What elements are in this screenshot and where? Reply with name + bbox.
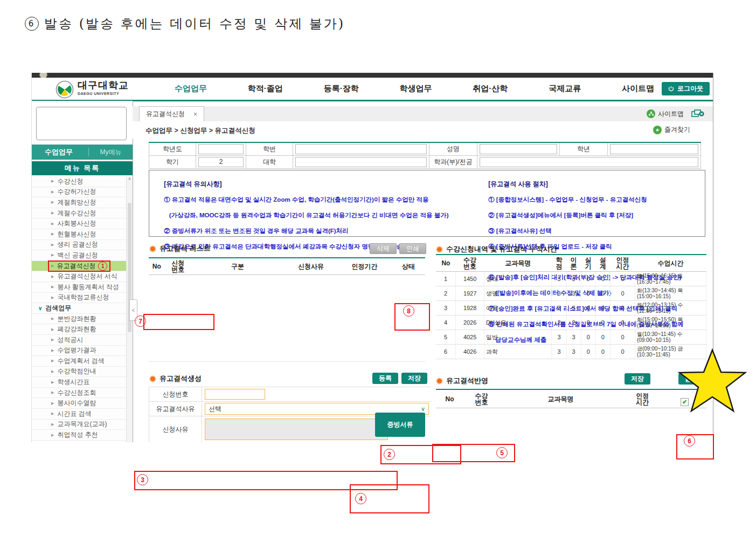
- cell-practice: 0: [581, 272, 595, 286]
- table-row[interactable]: 42026 DU실용2 20 00 화(15:00~15:50) 목(14:00…: [436, 315, 706, 330]
- nav-item-career[interactable]: 취업·산학: [473, 84, 508, 94]
- close-icon[interactable]: ×: [193, 111, 197, 118]
- sidebar-item-service-plan[interactable]: ▶봉사 활동계획서 작성: [32, 282, 127, 293]
- bullet-icon: [436, 378, 443, 385]
- dept-input[interactable]: [480, 157, 698, 167]
- breadcrumb-row: 수업업무 > 신청업무 > 유고결석신청 ★ 즐겨찾기: [133, 121, 713, 139]
- grade-input[interactable]: [610, 144, 698, 154]
- university-logo[interactable]: 대구대학교 DAEGU UNIVERSITY: [56, 80, 129, 99]
- table-row[interactable]: 21927 생명3 30 00 화(13:30~14:45) 목(15:00~1…: [436, 286, 706, 301]
- sidebar-item-sugang-lookup[interactable]: ▶수강신청조회: [32, 388, 127, 399]
- col-type: 구분: [191, 258, 285, 275]
- sidebar-tab-mymenu[interactable]: My메뉴: [89, 148, 133, 157]
- table-row[interactable]: 31928 아동3 30 00 월(12:00~13:15) 수(12:00~1…: [436, 301, 706, 315]
- register-button[interactable]: 등록: [372, 373, 398, 384]
- notice-cautions: [유고결석 유의사항] ① 유고결석 적용은 대면수업 및 실시간 Zoom 수…: [149, 170, 474, 236]
- sidebar-item-syllabus-search[interactable]: ▶수업계획서 검색: [32, 356, 127, 367]
- print-button[interactable]: 인쇄: [399, 243, 426, 254]
- sidebar-item-clipped[interactable]: ▶취업적성 추천: [32, 430, 127, 441]
- page-title-text: 발송 (발송 후에는 데이터 수정 및 삭제 불가): [44, 15, 345, 32]
- sidebar-item-grade-notice[interactable]: ▶성적공시: [32, 335, 127, 346]
- annotation-circle-5: 5: [496, 447, 508, 458]
- col-apply-no: 신청 번호: [165, 258, 191, 275]
- sidebar-item-season-sugang[interactable]: ▶계절수강신청: [32, 208, 127, 219]
- absence-apply-header-row: No 수강 번호 교과목명 인정 시간 ✔: [436, 389, 706, 408]
- cell-recognized: 0: [611, 272, 635, 286]
- sitemap-link[interactable]: 사이트맵: [647, 109, 684, 119]
- nav-item-international[interactable]: 국제교류: [549, 84, 581, 94]
- sidebar-item-label: 수강신청: [57, 177, 83, 186]
- sidebar-item-timetable[interactable]: ▶학생시간표: [32, 377, 127, 388]
- sidebar-item-service-record[interactable]: ▶봉사이수열람: [32, 398, 127, 409]
- sidebar-item-label: 시간표 검색: [57, 409, 91, 419]
- sidebar-item-vaccine-absence[interactable]: ▶백신 공결신청: [32, 250, 127, 261]
- nav-item-classwork[interactable]: 수업업무: [175, 84, 207, 94]
- sidebar-item-absence-apply[interactable]: ▶ 유고결석신청 1: [32, 261, 127, 272]
- delete-button[interactable]: 삭제: [370, 243, 397, 254]
- save-button[interactable]: 저장: [401, 373, 427, 384]
- arrow-icon: ▶: [51, 253, 54, 257]
- cell-practice: 0: [581, 286, 595, 301]
- annotation-circle-1: 1: [98, 262, 107, 271]
- logout-button[interactable]: 로그아웃: [662, 82, 710, 95]
- cell-practice: 0: [581, 345, 595, 359]
- nav-item-student[interactable]: 학생업무: [399, 84, 432, 94]
- table-row[interactable]: 64026 과학3 30 00 금(09:00~10:15) 금(10:30~1…: [436, 345, 706, 359]
- sidebar-item-menstrual-absence[interactable]: ▶생리 공결신청: [32, 240, 127, 251]
- tab-absence-apply[interactable]: 유고결석신청 ×: [139, 106, 204, 121]
- notice-line: (가상강좌, MOOC강좌 등 원격수업과 학습기간이 유고결석 허용기간보다 …: [164, 212, 448, 218]
- cell-time: 화(13:30~14:45) 목(15:00~16:15): [635, 286, 706, 301]
- arrow-icon: ▶: [51, 275, 54, 279]
- cell-code: 4026: [456, 345, 484, 359]
- favorite-button[interactable]: ★ 즐겨찾기: [653, 125, 690, 134]
- sidebar-item-season-hope[interactable]: ▶계절희망신청: [32, 197, 127, 208]
- semester-input[interactable]: 2: [198, 157, 244, 167]
- sidebar-item-timetable-search[interactable]: ▶시간표 검색: [32, 409, 127, 420]
- college-input[interactable]: [295, 157, 427, 167]
- scroll-up-icon[interactable]: ∧: [128, 176, 131, 181]
- bullet-icon: [149, 375, 156, 382]
- cell-credit: 3: [552, 330, 566, 345]
- sidebar-item-absence-form[interactable]: ▶유고결석신청서 서식: [32, 271, 127, 282]
- col-design: 설 계: [595, 255, 610, 272]
- sidebar-item-credit-guide[interactable]: ▶수강학점안내: [32, 367, 127, 378]
- sidebar-item-credit-exchange[interactable]: ▶국내학점교류신청: [32, 293, 127, 304]
- name-input[interactable]: [480, 144, 557, 154]
- apply-no-input[interactable]: [205, 389, 265, 400]
- absence-list-table: No 신청 번호 구분 신청사유 인정기간 상태: [149, 257, 425, 275]
- sidebar-item-social-service[interactable]: ▶사회봉사신청: [32, 218, 127, 229]
- absence-apply-table: No 수강 번호 교과목명 인정 시간 ✔: [436, 389, 706, 408]
- nav-item-sitemap[interactable]: 사이트맵: [622, 84, 654, 94]
- sidebar-item-label: 국내학점교류신청: [57, 293, 109, 302]
- table-row[interactable]: 11450 생태3 30 00 월(15:00~16:15) 월(16:30~1…: [436, 272, 706, 286]
- nav-item-records[interactable]: 학적·졸업: [248, 84, 283, 94]
- sidebar-item-closed-class[interactable]: ▶폐강강좌현황: [32, 324, 127, 335]
- sidebar-tab-classwork[interactable]: 수업업무: [32, 147, 88, 157]
- cell-no: 2: [436, 286, 456, 301]
- sidebar-item-sugang-permit[interactable]: ▶수강허가신청: [32, 187, 127, 198]
- notice-procedure: [유고결석 사용 절차] ① [종합정보시스템] - 수업업무 - 신청업무 -…: [474, 170, 688, 236]
- sidebar-item-eval-result[interactable]: ▶수업평가결과: [32, 346, 127, 356]
- nav-item-registration[interactable]: 등록·장학: [324, 84, 359, 94]
- notice-line: ③ [유고결석사유] 선택: [488, 228, 552, 234]
- annotation-box-3: [134, 471, 398, 490]
- sidebar-item-class-status[interactable]: ▶분반강좌현황: [32, 314, 127, 325]
- col-reason: 신청사유: [284, 258, 338, 275]
- sidebar-item-course-outline[interactable]: ▶교과목개요(교과): [32, 420, 127, 430]
- select-all-checkbox[interactable]: ✔: [681, 398, 689, 406]
- studentno-input[interactable]: [295, 144, 427, 154]
- cell-course: DU실용: [484, 315, 551, 330]
- reason-input[interactable]: [205, 419, 388, 440]
- sidebar-collapse-handle[interactable]: <: [129, 299, 137, 321]
- popup-window-icon[interactable]: [691, 109, 704, 118]
- cell-course: 생명: [484, 286, 551, 301]
- apply-save-button[interactable]: 저장: [625, 373, 650, 385]
- table-row[interactable]: 54025 일반3 30 00 월(10:30~11:45) 수(09:00~1…: [436, 330, 706, 345]
- year-input[interactable]: [198, 144, 244, 154]
- sidebar-item-blood-service[interactable]: ▶헌혈봉사신청: [32, 229, 127, 240]
- sidebar-item-sugang[interactable]: ▶수강신청: [32, 176, 127, 187]
- send-button[interactable]: 발송: [678, 373, 704, 385]
- arrow-icon: ▶: [51, 411, 54, 416]
- sidebar-group-search[interactable]: ∨검색업무: [32, 303, 127, 314]
- attachment-button[interactable]: 증빙서류: [375, 413, 425, 437]
